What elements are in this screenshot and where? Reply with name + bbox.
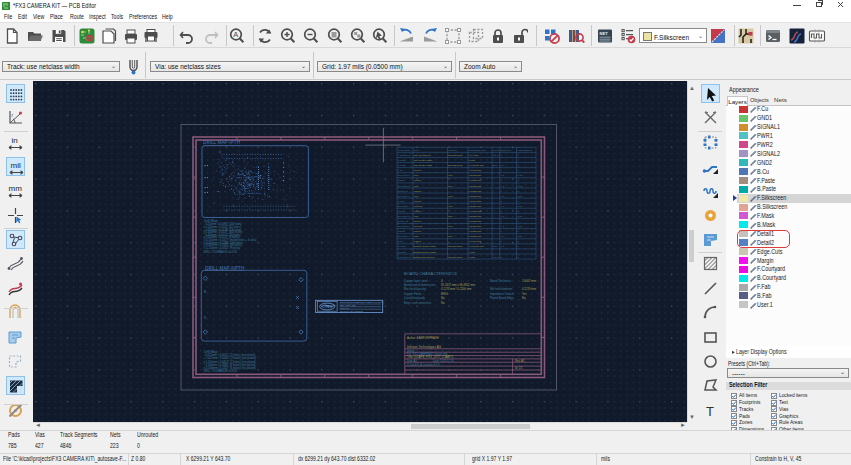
svg-text:0.0348 mm: 0.0348 mm: [469, 240, 481, 243]
svg-text:Type: Type: [414, 149, 420, 152]
svg-text:FR4: FR4: [448, 205, 453, 208]
svg-text:core: core: [414, 235, 419, 238]
svg-text:FR4: FR4: [448, 225, 453, 228]
svg-text:DRILL DRILL/SIZE/LOCATION MAP: DRILL DRILL/SIZE/LOCATION MAP Rev *A: [340, 301, 385, 303]
svg-text:core: core: [414, 174, 419, 177]
svg-text:prepreg: prepreg: [414, 225, 423, 228]
svg-text:GND1: GND1: [398, 179, 405, 182]
svg-text:W5Ye: W5Ye: [493, 256, 500, 259]
svg-text:W5Ye: W5Ye: [493, 154, 500, 157]
svg-text:DRILL MAP-NPTH: DRILL MAP-NPTH: [205, 266, 244, 271]
svg-text:0.02: 0.02: [517, 235, 522, 238]
svg-text:prepreg: prepreg: [414, 205, 423, 208]
svg-text:T: T: [706, 404, 714, 419]
svg-text:No: No: [441, 296, 445, 300]
svg-text:0.0152 mm: 0.0152 mm: [469, 190, 481, 193]
svg-text:copper: copper: [414, 220, 422, 223]
svg-text:Dielectric 4: Dielectric 4: [398, 205, 411, 208]
svg-text:SIGNAL1: SIGNAL1: [398, 190, 409, 193]
svg-text:Not specified: Not specified: [448, 245, 463, 248]
svg-text:Board overall dimensions:: Board overall dimensions:: [404, 283, 436, 287]
svg-text:NET: NET: [600, 31, 609, 36]
svg-text:copper: copper: [414, 179, 422, 182]
svg-text:0.2032 mm: 0.2032 mm: [469, 195, 481, 198]
svg-text:Top Solder Paste: Top Solder Paste: [414, 159, 433, 162]
svg-text:Dielectric 3: Dielectric 3: [398, 195, 411, 198]
svg-text:GND2: GND2: [398, 230, 405, 233]
svg-text:Dielectric 7: Dielectric 7: [398, 235, 411, 238]
svg-text:0.2021 mm: 0.2021 mm: [469, 205, 481, 208]
svg-text:PWR2: PWR2: [398, 210, 406, 213]
svg-text:0.02: 0.02: [517, 185, 522, 188]
svg-text:o 3.000mm / 0.1181" (4 holes): o 3.000mm / 0.1181" (4 holes) (not plate…: [204, 366, 256, 370]
svg-text:copper: copper: [414, 190, 422, 193]
svg-text:mil 8 rev# 299-36719C: mil 8 rev# 299-36719C: [340, 310, 364, 312]
svg-text:1.6007 mm: 1.6007 mm: [522, 279, 537, 283]
svg-text:ENIG: ENIG: [441, 292, 448, 296]
svg-text:Loss Tangent: Loss Tangent: [517, 149, 532, 152]
svg-text:Plated Board Edge:: Plated Board Edge:: [490, 296, 514, 300]
svg-text:DRILL TOLERANCE:±0.0762: DRILL TOLERANCE:±0.0762: [204, 369, 238, 373]
svg-text:F.Paste: F.Paste: [398, 159, 407, 162]
svg-text:F.Cu: F.Cu: [398, 169, 404, 172]
svg-text:0.02: 0.02: [517, 205, 522, 208]
svg-text:0.010105 mm: 0.010105 mm: [469, 245, 484, 248]
svg-text:Infineon Technologies AG: Infineon Technologies AG: [407, 345, 442, 349]
svg-text:Bottom Solder Mask: Bottom Solder Mask: [414, 245, 437, 248]
svg-text:Blue: Blue: [493, 245, 499, 248]
svg-text:B.Paste: B.Paste: [398, 251, 407, 254]
svg-text:FR4: FR4: [448, 195, 453, 198]
svg-text:mil: mil: [11, 161, 21, 170]
svg-text:Copper Finish:: Copper Finish:: [404, 292, 422, 296]
svg-text:mm: mm: [9, 184, 23, 193]
svg-text:0.2032 mm: 0.2032 mm: [469, 174, 481, 177]
svg-text:Castellated pads:: Castellated pads:: [404, 296, 426, 300]
svg-text:Date: 2023-11-18: Date: 2023-11-18: [433, 359, 454, 363]
svg-text:B.Cu: B.Cu: [398, 240, 404, 243]
svg-text:0.1270 mm: 0.1270 mm: [522, 287, 537, 291]
svg-text:No: No: [522, 296, 526, 300]
svg-text:Color: Color: [493, 149, 499, 152]
svg-text:0.2032 mm: 0.2032 mm: [469, 215, 481, 218]
svg-text:0.2032 mm: 0.2032 mm: [469, 235, 481, 238]
svg-text:0.02: 0.02: [517, 195, 522, 198]
svg-text:Dielectric 2: Dielectric 2: [398, 185, 411, 188]
svg-text:Bottom Solder Paste: Bottom Solder Paste: [414, 251, 437, 254]
svg-text:0.2032 mm: 0.2032 mm: [469, 225, 481, 228]
svg-text:Copper layer count:: Copper layer count:: [404, 279, 429, 283]
svg-text:Id: 1/1: Id: 1/1: [515, 366, 523, 370]
svg-text:F.Mask: F.Mask: [398, 164, 406, 167]
svg-text:0.04 mm: 0.04 mm: [469, 154, 478, 157]
svg-text:copper: copper: [414, 230, 422, 233]
svg-text:B.Mask: B.Mask: [398, 245, 407, 248]
svg-text:copper: copper: [414, 200, 422, 203]
svg-text:oooooo+oooo: oooooo+oooo: [247, 192, 262, 195]
svg-text:Top Silk Screen: Top Silk Screen: [414, 154, 432, 157]
svg-text:SIGNAL2: SIGNAL2: [398, 220, 409, 223]
svg-text:0.0152 mm: 0.0152 mm: [469, 179, 481, 182]
svg-text:copper: copper: [414, 169, 422, 172]
svg-text:Dielectric 5: Dielectric 5: [398, 215, 411, 218]
svg-text:0.1270 mm / 0.2200 mm: 0.1270 mm / 0.2200 mm: [441, 287, 472, 291]
svg-text:Min track/spacing:: Min track/spacing:: [404, 287, 427, 291]
svg-text:F.Silkscreen: F.Silkscreen: [398, 154, 412, 157]
svg-text:KiCad E.D.A. pcbnew 8.0.8: KiCad E.D.A. pcbnew 8.0.8: [407, 363, 440, 367]
svg-text:FR4: FR4: [448, 185, 453, 188]
svg-text:FR4: FR4: [448, 174, 453, 177]
svg-text:0 mm: 0 mm: [469, 256, 475, 259]
svg-text:FR4: FR4: [448, 235, 453, 238]
svg-text:Drill Map:: Drill Map:: [204, 219, 218, 223]
svg-text:Material: Material: [448, 149, 457, 152]
svg-text:Epsilon R: Epsilon R: [501, 149, 512, 152]
svg-text:0.0348 mm: 0.0348 mm: [469, 210, 481, 213]
svg-text:Bottom Silk Screen: Bottom Silk Screen: [414, 256, 435, 259]
svg-text:FR4: FR4: [448, 215, 453, 218]
svg-text:A: A: [233, 30, 238, 39]
svg-text:O 1.150mm / 0.0453" (9 holes): O 1.150mm / 0.0453" (9 holes): [204, 246, 241, 250]
svg-text:BOARD CHARACTERISTICS: BOARD CHARACTERISTICS: [404, 271, 457, 276]
svg-text:core: core: [414, 215, 419, 218]
svg-text:Not specified: Not specified: [448, 256, 463, 259]
svg-text:in: in: [12, 136, 18, 145]
svg-text:Rev: A5: Rev: A5: [515, 359, 525, 363]
svg-text:Layer Name: Layer Name: [398, 149, 412, 152]
